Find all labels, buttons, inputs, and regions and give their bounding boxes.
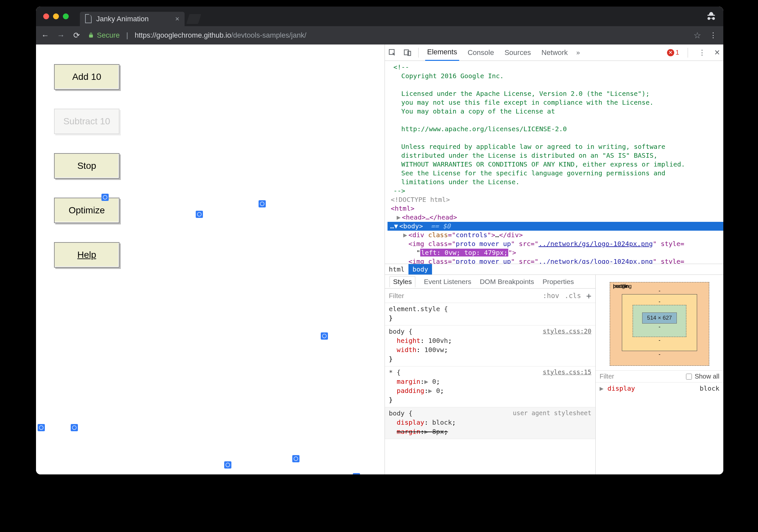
- close-tab-button[interactable]: ×: [175, 15, 179, 23]
- tab-title: Janky Animation: [96, 15, 149, 23]
- rule-element-style[interactable]: element.style { }: [385, 303, 595, 325]
- url-path: /devtools-samples/jank/: [231, 31, 306, 39]
- new-style-rule-button[interactable]: +: [586, 291, 591, 301]
- mover-icon: [258, 200, 266, 208]
- dom-html[interactable]: <html>: [388, 204, 723, 213]
- incognito-icon: [706, 10, 717, 22]
- box-dash: -: [633, 337, 686, 344]
- devtools-tab-sources[interactable]: Sources: [502, 45, 533, 61]
- tab-bar: Janky Animation ×: [36, 7, 723, 26]
- hov-toggle[interactable]: :hov: [543, 292, 559, 300]
- styles-filter-row: Filter :hov .cls +: [385, 288, 595, 303]
- devtools-toolbar: Elements Console Sources Network » ✕ 1 ⋮…: [385, 45, 723, 61]
- crumb-body[interactable]: body: [408, 264, 432, 275]
- help-button[interactable]: Help: [54, 242, 120, 268]
- box-dash: -: [642, 323, 677, 330]
- mover-icon: [353, 473, 360, 475]
- browser-tab[interactable]: Janky Animation ×: [80, 12, 185, 26]
- controls-panel: Add 10 Subtract 10 Stop Optimize Help: [54, 64, 120, 268]
- computed-filter-input[interactable]: Filter: [600, 373, 614, 380]
- dom-doctype[interactable]: <!DOCTYPE html>: [388, 195, 723, 204]
- styles-filter-input[interactable]: Filter: [389, 292, 404, 300]
- dom-img-2[interactable]: <img class="proto mover up" src="../netw…: [388, 257, 723, 264]
- devtools-panel: Elements Console Sources Network » ✕ 1 ⋮…: [385, 45, 723, 475]
- show-all-label: Show all: [695, 373, 719, 380]
- rule-body[interactable]: styles.css:20 body { height: 100vh; widt…: [385, 325, 595, 366]
- rule-source-link[interactable]: styles.css:20: [543, 327, 591, 336]
- show-all-checkbox[interactable]: [686, 374, 692, 380]
- dom-body-selected[interactable]: …▼<body> == $0: [388, 222, 723, 231]
- secure-indicator[interactable]: Secure: [88, 31, 120, 40]
- dom-comment: <!-- Copyright 2016 Google Inc. Licensed…: [388, 63, 723, 195]
- styles-tabs: Styles Event Listeners DOM Breakpoints P…: [385, 275, 595, 288]
- devtools-tab-elements[interactable]: Elements: [425, 45, 459, 61]
- style-rules[interactable]: element.style { } styles.css:20 body { h…: [385, 303, 595, 475]
- dom-div-controls[interactable]: ▶<div class="controls">…</div>: [388, 231, 723, 240]
- window-traffic-lights: [43, 14, 69, 19]
- cls-toggle[interactable]: .cls: [565, 292, 581, 300]
- mover-icon: [38, 424, 45, 431]
- box-content-size: 514 × 627: [642, 313, 677, 323]
- styles-left: Styles Event Listeners DOM Breakpoints P…: [385, 275, 596, 475]
- devtools-menu-button[interactable]: ⋮: [697, 49, 707, 57]
- bookmark-star-icon[interactable]: ☆: [694, 30, 701, 41]
- rule-user-agent[interactable]: user agent stylesheet body { display: bl…: [385, 407, 595, 439]
- box-dash: -: [633, 298, 686, 305]
- fullscreen-window-button[interactable]: [63, 14, 69, 19]
- crumb-html[interactable]: html: [385, 264, 408, 275]
- minimize-window-button[interactable]: [53, 14, 59, 19]
- devtools-close-button[interactable]: ✕: [714, 49, 720, 57]
- url-host: https://googlechrome.github.io: [134, 31, 231, 39]
- box-dash: -: [622, 287, 697, 294]
- optimize-button[interactable]: Optimize: [54, 198, 120, 223]
- reload-button[interactable]: ⟳: [72, 31, 81, 40]
- dom-img-1[interactable]: <img class="proto mover up" src="../netw…: [388, 240, 723, 257]
- close-window-button[interactable]: [43, 14, 49, 19]
- error-count: 1: [675, 49, 679, 56]
- mover-icon: [292, 455, 299, 462]
- rule-star[interactable]: styles.css:15 * { margin:▶ 0; padding:▶ …: [385, 366, 595, 407]
- mover-icon: [224, 461, 231, 469]
- url-bar: ← → ⟳ Secure | https://googlechrome.gith…: [36, 26, 723, 45]
- ua-label: user agent stylesheet: [513, 409, 591, 417]
- add-button[interactable]: Add 10: [54, 64, 120, 90]
- box-padding-label: padding: [613, 283, 632, 289]
- styles-tab-properties[interactable]: Properties: [543, 278, 574, 285]
- page-favicon-icon: [85, 15, 92, 23]
- computed-list[interactable]: ▶ display block: [596, 382, 723, 394]
- back-button[interactable]: ←: [41, 31, 50, 40]
- breadcrumb: html body: [385, 264, 723, 275]
- browser-window: Janky Animation × ← → ⟳ Secure | https:/…: [36, 7, 723, 475]
- device-toolbar-icon[interactable]: [403, 49, 412, 57]
- mover-icon: [71, 424, 78, 431]
- styles-right: margin - border - padding 514 × 627 - -: [596, 275, 723, 475]
- rule-source-link[interactable]: styles.css:15: [543, 368, 591, 377]
- computed-filter-row: Filter Show all: [596, 371, 723, 382]
- browser-menu-button[interactable]: ⋮: [707, 31, 719, 40]
- styles-tab-event-listeners[interactable]: Event Listeners: [424, 278, 471, 285]
- error-badge-icon: ✕: [667, 49, 674, 56]
- styles-tab-styles[interactable]: Styles: [390, 276, 415, 287]
- url-text[interactable]: https://googlechrome.github.io/devtools-…: [134, 31, 306, 40]
- mover-icon: [196, 211, 203, 218]
- stop-button[interactable]: Stop: [54, 153, 120, 179]
- devtools-more-tabs-icon[interactable]: »: [576, 49, 580, 56]
- subtract-button[interactable]: Subtract 10: [54, 109, 120, 134]
- devtools-tab-network[interactable]: Network: [539, 45, 570, 61]
- dom-head[interactable]: ▶<head>…</head>: [388, 213, 723, 222]
- mover-icon: [101, 194, 109, 201]
- box-model[interactable]: margin - border - padding 514 × 627 - -: [596, 275, 723, 371]
- page-viewport: Add 10 Subtract 10 Stop Optimize Help: [36, 45, 385, 475]
- secure-label: Secure: [97, 31, 120, 40]
- content-area: Add 10 Subtract 10 Stop Optimize Help: [36, 45, 723, 475]
- devtools-tab-console[interactable]: Console: [466, 45, 496, 61]
- styles-pane: Styles Event Listeners DOM Breakpoints P…: [385, 275, 723, 475]
- inspect-element-icon[interactable]: [388, 49, 397, 57]
- styles-tab-dom-breakpoints[interactable]: DOM Breakpoints: [480, 278, 534, 285]
- mover-icon: [321, 332, 328, 340]
- forward-button[interactable]: →: [56, 31, 65, 40]
- error-indicator[interactable]: ✕ 1: [667, 49, 679, 56]
- box-dash: -: [622, 351, 697, 358]
- dom-tree[interactable]: <!-- Copyright 2016 Google Inc. Licensed…: [385, 61, 723, 264]
- new-tab-button[interactable]: [186, 14, 201, 24]
